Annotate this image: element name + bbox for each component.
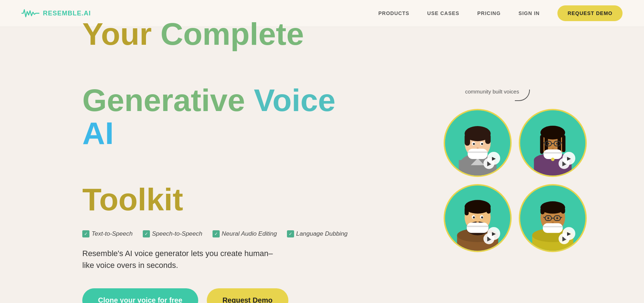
svg-point-12 bbox=[477, 147, 479, 149]
svg-point-36 bbox=[551, 158, 555, 161]
svg-rect-45 bbox=[487, 207, 491, 213]
community-label: community built voices bbox=[465, 88, 519, 95]
svg-rect-13 bbox=[468, 149, 488, 159]
check-icon-ld: ✓ bbox=[287, 230, 294, 237]
avatar-2-image bbox=[520, 110, 585, 175]
hero-content: Your Complete Generative Voice AI Toolki… bbox=[82, 18, 351, 303]
feature-sts: ✓ Speech-to-Speech bbox=[143, 230, 203, 237]
title-word-voice: Voice bbox=[254, 82, 335, 118]
svg-point-31 bbox=[547, 143, 550, 145]
hero-section: Your Complete Generative Voice AI Toolki… bbox=[0, 27, 644, 303]
svg-rect-54 bbox=[467, 226, 488, 227]
feature-ld: ✓ Language Dubbing bbox=[287, 230, 348, 237]
hero-description: Resemble's AI voice generator lets you c… bbox=[82, 247, 283, 271]
nav-products[interactable]: PRODUCTS bbox=[378, 10, 409, 16]
svg-point-21 bbox=[541, 126, 565, 139]
svg-rect-44 bbox=[465, 207, 469, 215]
avatar-3[interactable] bbox=[444, 184, 512, 252]
title-word-complete: Complete bbox=[160, 16, 304, 52]
svg-rect-72 bbox=[543, 223, 563, 233]
avatar-4[interactable] bbox=[519, 184, 587, 252]
svg-rect-14 bbox=[468, 152, 488, 153]
clone-voice-button[interactable]: Clone your voice for free bbox=[82, 288, 198, 303]
avatar-grid bbox=[444, 109, 587, 252]
svg-point-10 bbox=[473, 143, 475, 145]
avatar-1-image bbox=[445, 110, 510, 175]
nav-sign-in[interactable]: SIGN IN bbox=[518, 10, 540, 16]
svg-point-70 bbox=[556, 217, 558, 219]
avatar-4-image bbox=[520, 186, 585, 251]
hero-title: Your Complete Generative Voice AI Toolki… bbox=[82, 18, 351, 216]
svg-point-51 bbox=[481, 216, 483, 218]
title-word-your: Your bbox=[82, 16, 152, 52]
svg-rect-35 bbox=[543, 152, 562, 154]
nav-use-cases[interactable]: USE CASES bbox=[427, 10, 459, 16]
svg-point-11 bbox=[481, 143, 483, 145]
svg-point-69 bbox=[547, 217, 550, 219]
title-word-ai: AI bbox=[82, 115, 114, 151]
hero-buttons: Clone your voice for free Request Demo bbox=[82, 288, 351, 303]
svg-rect-73 bbox=[543, 226, 563, 227]
logo-wave-icon bbox=[21, 8, 39, 19]
avatar-section: community built voices bbox=[444, 78, 587, 252]
check-icon-nae: ✓ bbox=[213, 230, 220, 237]
svg-point-32 bbox=[556, 143, 558, 145]
svg-rect-22 bbox=[540, 135, 544, 154]
request-demo-button[interactable]: Request Demo bbox=[207, 288, 288, 303]
nav-links: PRODUCTS USE CASES PRICING SIGN IN REQUE… bbox=[378, 5, 623, 21]
svg-point-33 bbox=[552, 148, 554, 149]
avatar-2[interactable] bbox=[519, 109, 587, 177]
logo[interactable]: RESEMBLE.AI bbox=[21, 8, 91, 19]
svg-rect-7 bbox=[485, 134, 491, 144]
features-list: ✓ Text-to-Speech ✓ Speech-to-Speech ✓ Ne… bbox=[82, 230, 351, 237]
feature-nae: ✓ Neural Audio Editing bbox=[213, 230, 277, 237]
feature-tts: ✓ Text-to-Speech bbox=[82, 230, 133, 237]
check-icon-tts: ✓ bbox=[82, 230, 89, 237]
svg-point-71 bbox=[552, 222, 554, 223]
check-icon-sts: ✓ bbox=[143, 230, 150, 237]
avatar-1[interactable] bbox=[444, 109, 512, 177]
nav-pricing[interactable]: PRICING bbox=[477, 10, 501, 16]
svg-rect-53 bbox=[467, 222, 488, 233]
title-word-generative: Generative bbox=[82, 82, 245, 118]
title-word-toolkit: Toolkit bbox=[82, 182, 183, 217]
svg-rect-25 bbox=[562, 135, 566, 152]
svg-point-50 bbox=[473, 216, 475, 218]
svg-rect-6 bbox=[465, 134, 470, 146]
svg-rect-63 bbox=[561, 207, 565, 213]
svg-rect-62 bbox=[541, 207, 545, 214]
avatar-3-image bbox=[445, 186, 510, 251]
nav-request-demo-button[interactable]: REQUEST DEMO bbox=[557, 5, 623, 21]
svg-rect-34 bbox=[543, 149, 562, 159]
